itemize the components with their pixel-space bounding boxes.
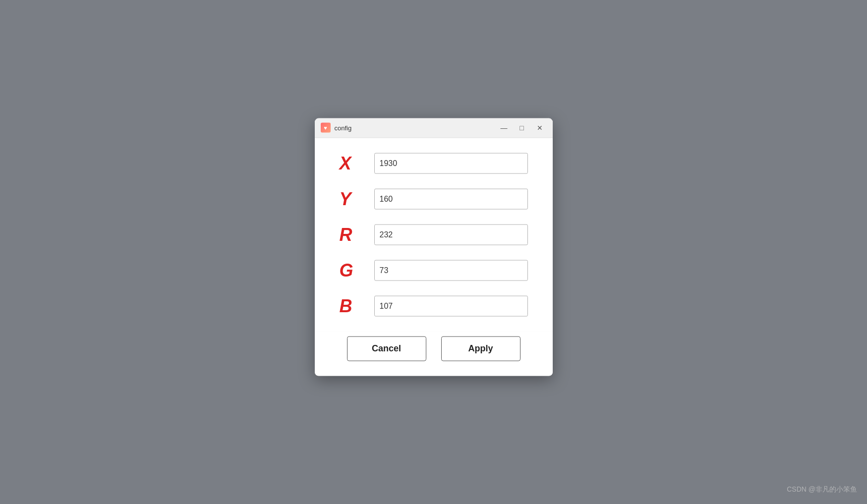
y-label: Y (340, 188, 374, 209)
y-row: Y (340, 188, 528, 209)
r-input[interactable] (374, 224, 528, 245)
apply-button[interactable]: Apply (441, 336, 520, 361)
title-bar: ♥ config — □ ✕ (315, 118, 553, 138)
config-dialog: ♥ config — □ ✕ X Y R G B (315, 118, 553, 376)
b-row: B (340, 295, 528, 316)
dialog-fields: X Y R G B (315, 138, 553, 331)
x-row: X (340, 153, 528, 173)
watermark: CSDN @非凡的小笨鱼 (787, 485, 857, 494)
b-label: B (340, 295, 374, 316)
y-input[interactable] (374, 188, 528, 209)
b-input[interactable] (374, 295, 528, 316)
g-label: G (340, 260, 374, 280)
g-row: G (340, 260, 528, 280)
x-input[interactable] (374, 153, 528, 173)
maximize-button[interactable]: □ (515, 121, 529, 135)
minimize-button[interactable]: — (497, 121, 511, 135)
close-button[interactable]: ✕ (533, 121, 547, 135)
app-icon: ♥ (321, 123, 331, 133)
window-controls: — □ ✕ (497, 121, 547, 135)
r-label: R (340, 224, 374, 245)
cancel-button[interactable]: Cancel (347, 336, 426, 361)
r-row: R (340, 224, 528, 245)
x-label: X (340, 153, 374, 173)
g-input[interactable] (374, 260, 528, 280)
dialog-buttons: Cancel Apply (315, 331, 553, 376)
dialog-title: config (335, 124, 497, 131)
